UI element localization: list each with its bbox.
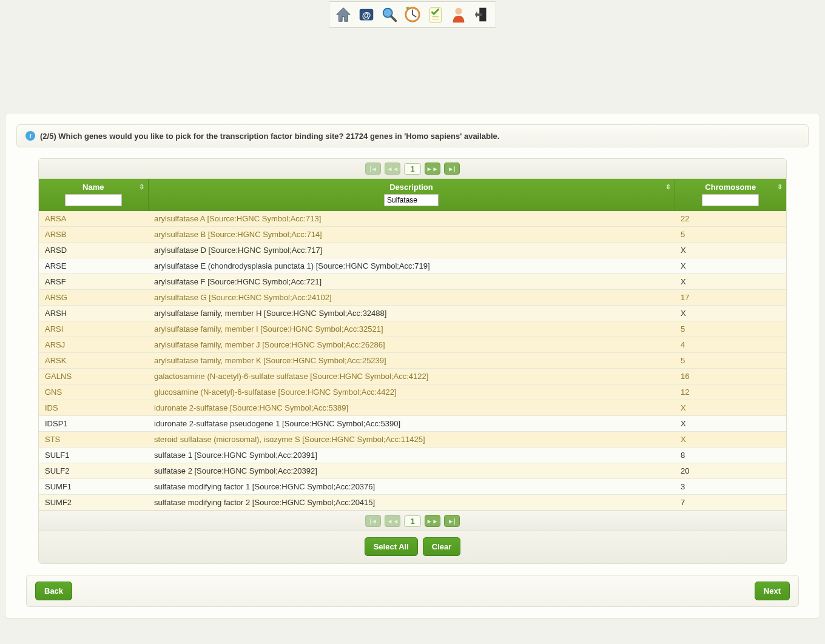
cell-name: ARSD bbox=[39, 243, 148, 258]
first-page-button[interactable]: |◄ bbox=[365, 515, 381, 527]
gene-table: Name ⇳ Description ⇳ Chromosome ⇳ bbox=[39, 179, 786, 511]
info-icon: i bbox=[25, 131, 35, 141]
cell-chromosome: 22 bbox=[675, 211, 786, 227]
table-row[interactable]: IDSP1iduronate 2-sulfatase pseudogene 1 … bbox=[39, 416, 786, 432]
next-page-button[interactable]: ►► bbox=[425, 515, 440, 527]
clear-button[interactable]: Clear bbox=[423, 537, 461, 556]
back-button[interactable]: Back bbox=[35, 582, 72, 600]
pager-top: |◄ ◄◄ 1 ►► ►| bbox=[39, 159, 786, 179]
sort-icon: ⇳ bbox=[777, 183, 783, 191]
cell-name: ARSK bbox=[39, 353, 148, 369]
page-number[interactable]: 1 bbox=[404, 515, 420, 527]
banner-text: (2/5) Which genes would you like to pick… bbox=[40, 132, 499, 141]
table-row[interactable]: SUMF2sulfatase modifying factor 2 [Sourc… bbox=[39, 495, 786, 511]
cell-name: ARSG bbox=[39, 290, 148, 306]
cell-name: SUMF2 bbox=[39, 495, 148, 511]
table-row[interactable]: ARSHarylsulfatase family, member H [Sour… bbox=[39, 306, 786, 321]
cell-name: STS bbox=[39, 432, 148, 448]
name-filter-input[interactable] bbox=[65, 194, 122, 206]
cell-description: galactosamine (N-acetyl)-6-sulfate sulfa… bbox=[148, 369, 675, 384]
sort-icon: ⇳ bbox=[139, 183, 144, 191]
table-row[interactable]: SUMF1sulfatase modifying factor 1 [Sourc… bbox=[39, 479, 786, 495]
cell-name: SULF2 bbox=[39, 463, 148, 479]
contact-icon[interactable]: @ bbox=[356, 4, 377, 25]
cell-chromosome: X bbox=[675, 258, 786, 274]
home-icon[interactable] bbox=[333, 4, 354, 25]
cell-chromosome: 5 bbox=[675, 321, 786, 337]
cell-name: SUMF1 bbox=[39, 479, 148, 495]
table-row[interactable]: ARSDarylsulfatase D [Source:HGNC Symbol;… bbox=[39, 243, 786, 258]
history-icon[interactable] bbox=[402, 4, 423, 25]
next-page-button[interactable]: ►► bbox=[425, 163, 440, 175]
cell-name: GNS bbox=[39, 384, 148, 400]
col-name-header[interactable]: Name ⇳ bbox=[39, 179, 148, 211]
table-row[interactable]: ARSIarylsulfatase family, member I [Sour… bbox=[39, 321, 786, 337]
tasks-icon[interactable] bbox=[425, 4, 446, 25]
cell-description: sulfatase modifying factor 1 [Source:HGN… bbox=[148, 479, 675, 495]
last-page-button[interactable]: ►| bbox=[444, 163, 460, 175]
description-filter-input[interactable] bbox=[384, 194, 439, 206]
table-row[interactable]: STSsteroid sulfatase (microsomal), isozy… bbox=[39, 432, 786, 448]
next-button[interactable]: Next bbox=[755, 582, 790, 600]
gene-table-panel: |◄ ◄◄ 1 ►► ►| Name ⇳ Description ⇳ bbox=[38, 158, 787, 564]
pager-bottom: |◄ ◄◄ 1 ►► ►| bbox=[39, 511, 786, 531]
cell-description: glucosamine (N-acetyl)-6-sulfatase [Sour… bbox=[148, 384, 675, 400]
wizard-nav: Back Next bbox=[26, 575, 799, 607]
cell-chromosome: 20 bbox=[675, 463, 786, 479]
prev-page-button[interactable]: ◄◄ bbox=[385, 515, 400, 527]
cell-description: arylsulfatase family, member J [Source:H… bbox=[148, 337, 675, 353]
table-row[interactable]: GALNSgalactosamine (N-acetyl)-6-sulfate … bbox=[39, 369, 786, 384]
cell-name: GALNS bbox=[39, 369, 148, 384]
cell-chromosome: X bbox=[675, 274, 786, 290]
table-row[interactable]: ARSAarylsulfatase A [Source:HGNC Symbol;… bbox=[39, 211, 786, 227]
page-number[interactable]: 1 bbox=[404, 163, 420, 175]
cell-description: arylsulfatase family, member I [Source:H… bbox=[148, 321, 675, 337]
table-row[interactable]: ARSKarylsulfatase family, member K [Sour… bbox=[39, 353, 786, 369]
logout-icon[interactable] bbox=[471, 4, 492, 25]
cell-chromosome: X bbox=[675, 400, 786, 416]
cell-name: ARSF bbox=[39, 274, 148, 290]
svg-point-9 bbox=[455, 8, 462, 15]
table-row[interactable]: ARSEarylsulfatase E (chondrodysplasia pu… bbox=[39, 258, 786, 274]
select-all-button[interactable]: Select All bbox=[365, 537, 418, 556]
cell-chromosome: 5 bbox=[675, 227, 786, 243]
table-row[interactable]: ARSGarylsulfatase G [Source:HGNC Symbol;… bbox=[39, 290, 786, 306]
cell-chromosome: X bbox=[675, 243, 786, 258]
col-desc-header[interactable]: Description ⇳ bbox=[148, 179, 675, 211]
cell-description: arylsulfatase D [Source:HGNC Symbol;Acc:… bbox=[148, 243, 675, 258]
top-toolbar: @ bbox=[329, 1, 496, 28]
cell-chromosome: 3 bbox=[675, 479, 786, 495]
last-page-button[interactable]: ►| bbox=[444, 515, 460, 527]
cell-description: arylsulfatase family, member K [Source:H… bbox=[148, 353, 675, 369]
cell-chromosome: 5 bbox=[675, 353, 786, 369]
cell-name: ARSB bbox=[39, 227, 148, 243]
cell-chromosome: 8 bbox=[675, 448, 786, 463]
main-card: i (2/5) Which genes would you like to pi… bbox=[5, 113, 820, 619]
table-actions: Select All Clear bbox=[39, 531, 786, 563]
col-chr-header[interactable]: Chromosome ⇳ bbox=[675, 179, 786, 211]
cell-name: ARSJ bbox=[39, 337, 148, 353]
cell-chromosome: X bbox=[675, 306, 786, 321]
table-row[interactable]: GNSglucosamine (N-acetyl)-6-sulfatase [S… bbox=[39, 384, 786, 400]
cell-chromosome: 4 bbox=[675, 337, 786, 353]
table-row[interactable]: SULF1sulfatase 1 [Source:HGNC Symbol;Acc… bbox=[39, 448, 786, 463]
user-icon[interactable] bbox=[448, 4, 469, 25]
chromosome-filter-input[interactable] bbox=[702, 194, 759, 206]
first-page-button[interactable]: |◄ bbox=[365, 163, 381, 175]
sort-icon: ⇳ bbox=[665, 183, 671, 191]
table-row[interactable]: ARSBarylsulfatase B [Source:HGNC Symbol;… bbox=[39, 227, 786, 243]
table-row[interactable]: IDSiduronate 2-sulfatase [Source:HGNC Sy… bbox=[39, 400, 786, 416]
cell-name: ARSE bbox=[39, 258, 148, 274]
cell-name: IDSP1 bbox=[39, 416, 148, 432]
cell-description: iduronate 2-sulfatase [Source:HGNC Symbo… bbox=[148, 400, 675, 416]
cell-chromosome: X bbox=[675, 432, 786, 448]
table-row[interactable]: ARSJarylsulfatase family, member J [Sour… bbox=[39, 337, 786, 353]
cell-description: steroid sulfatase (microsomal), isozyme … bbox=[148, 432, 675, 448]
prev-page-button[interactable]: ◄◄ bbox=[385, 163, 400, 175]
svg-rect-6 bbox=[430, 8, 442, 22]
cell-description: arylsulfatase family, member H [Source:H… bbox=[148, 306, 675, 321]
table-row[interactable]: SULF2sulfatase 2 [Source:HGNC Symbol;Acc… bbox=[39, 463, 786, 479]
table-row[interactable]: ARSFarylsulfatase F [Source:HGNC Symbol;… bbox=[39, 274, 786, 290]
search-icon[interactable] bbox=[379, 4, 400, 25]
cell-chromosome: 16 bbox=[675, 369, 786, 384]
